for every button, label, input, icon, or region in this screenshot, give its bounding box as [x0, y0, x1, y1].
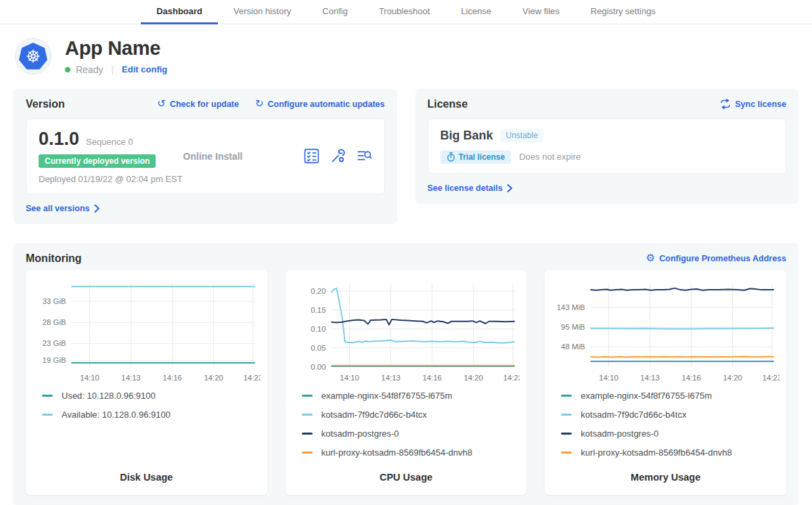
legend-color-dash — [561, 452, 572, 454]
deployed-badge: Currently deployed version — [39, 154, 156, 168]
legend-item: kurl-proxy-kotsadm-8569fb6454-dnvh8 — [561, 447, 780, 458]
refresh-icon: ↺ — [157, 99, 166, 109]
license-details-card: Big Bank Unstable Trial license Does not… — [428, 118, 787, 174]
svg-text:14:13: 14:13 — [381, 374, 400, 382]
tab-registry-settings[interactable]: Registry settings — [575, 0, 671, 24]
channel-badge: Unstable — [501, 129, 543, 142]
current-version-card: 0.1.0 Sequence 0 Currently deployed vers… — [26, 118, 385, 194]
svg-text:143 MiB: 143 MiB — [557, 303, 585, 311]
legend-item: example-nginx-54f8f76755-l675m — [302, 391, 520, 401]
legend-color-dash — [42, 395, 53, 397]
legend-color-dash — [302, 414, 313, 416]
monitoring-panel: Monitoring ⚙ Configure Prometheus Addres… — [14, 243, 798, 505]
version-panel-title: Version — [26, 98, 65, 110]
legend-item: kotsadm-postgres-0 — [561, 429, 780, 439]
view-logs-icon[interactable] — [357, 148, 372, 164]
sequence-label: Sequence 0 — [86, 137, 133, 147]
gear-icon: ⚙ — [646, 253, 655, 263]
stopwatch-icon — [447, 152, 455, 162]
legend-item: Used: 10.128.0.96:9100 — [42, 391, 261, 401]
tab-troubleshoot[interactable]: Troubleshoot — [363, 0, 445, 24]
legend-item: kotsadm-postgres-0 — [302, 429, 520, 439]
clock-refresh-icon: ↻ — [255, 99, 264, 109]
legend-item: Available: 10.128.0.96:9100 — [42, 410, 261, 420]
see-license-details-link[interactable]: See license details — [428, 183, 513, 193]
legend-item: kurl-proxy-kotsadm-8569fb6454-dnvh8 — [302, 447, 520, 458]
svg-text:95 MiB: 95 MiB — [561, 323, 585, 331]
top-nav: Dashboard Version history Config Trouble… — [0, 0, 812, 24]
chevron-right-icon — [94, 204, 100, 213]
svg-text:14:16: 14:16 — [422, 374, 441, 382]
app-logo — [15, 38, 51, 74]
tab-dashboard[interactable]: Dashboard — [141, 0, 218, 24]
license-panel: License Sync license Big Bank Unstable — [415, 89, 799, 204]
svg-text:14:10: 14:10 — [340, 374, 359, 382]
svg-text:48 MiB: 48 MiB — [561, 343, 585, 351]
check-for-update-button[interactable]: ↺ Check for update — [157, 99, 239, 109]
svg-text:14:10: 14:10 — [600, 374, 618, 382]
tab-license[interactable]: License — [445, 0, 507, 24]
expiry-label: Does not expire — [519, 152, 581, 162]
svg-text:14:20: 14:20 — [723, 374, 742, 382]
tab-config[interactable]: Config — [307, 0, 363, 24]
legend-item: kotsadm-7f9dc7d66c-b4tcx — [561, 410, 780, 420]
svg-text:0.20: 0.20 — [311, 287, 325, 295]
svg-text:28 GiB: 28 GiB — [43, 318, 66, 326]
memory-usage-title: Memory Usage — [551, 472, 780, 485]
legend-label: Available: 10.128.0.96:9100 — [62, 410, 171, 420]
deployed-timestamp: Deployed 01/19/22 @ 02:04 pm EST — [39, 174, 183, 184]
svg-text:14:20: 14:20 — [204, 374, 223, 382]
legend-color-dash — [42, 414, 53, 416]
sync-icon — [720, 99, 731, 109]
cpu-usage-chart-card: 14:1014:1314:1614:2014:230.200.150.100.0… — [286, 270, 527, 495]
disk-usage-legend: Used: 10.128.0.96:9100Available: 10.128.… — [42, 391, 261, 420]
legend-label: example-nginx-54f8f76755-l675m — [581, 391, 712, 401]
svg-text:33 GiB: 33 GiB — [43, 297, 66, 305]
legend-label: kotsadm-postgres-0 — [581, 429, 658, 439]
memory-usage-legend: example-nginx-54f8f76755-l675mkotsadm-7f… — [561, 391, 780, 458]
license-panel-title: License — [428, 98, 468, 110]
sync-license-button[interactable]: Sync license — [720, 99, 786, 109]
kubernetes-icon — [19, 43, 47, 70]
memory-usage-chart-card: 14:1014:1314:1614:2014:23143 MiB95 MiB48… — [545, 270, 786, 495]
disk-usage-chart-card: 14:1014:1314:1614:2014:2333 GiB28 GiB23 … — [26, 270, 267, 495]
memory-usage-plot: 14:1014:1314:1614:2014:23143 MiB95 MiB48… — [551, 277, 780, 385]
svg-text:14:10: 14:10 — [80, 374, 99, 382]
svg-text:0.05: 0.05 — [311, 344, 325, 352]
svg-text:14:13: 14:13 — [641, 374, 660, 382]
svg-text:14:23: 14:23 — [503, 374, 520, 382]
disk-usage-title: Disk Usage — [32, 472, 261, 485]
legend-color-dash — [561, 433, 572, 435]
cpu-usage-title: CPU Usage — [292, 472, 520, 485]
legend-label: kurl-proxy-kotsadm-8569fb6454-dnvh8 — [321, 447, 472, 458]
legend-color-dash — [302, 433, 313, 435]
legend-color-dash — [302, 452, 313, 454]
svg-text:14:16: 14:16 — [162, 374, 181, 382]
configure-prometheus-button[interactable]: ⚙ Configure Prometheus Address — [646, 253, 786, 263]
tab-version-history[interactable]: Version history — [218, 0, 307, 24]
customer-name: Big Bank — [441, 129, 493, 143]
configure-automatic-updates-button[interactable]: ↻ Configure automatic updates — [255, 99, 385, 109]
ready-status-dot — [65, 67, 70, 72]
svg-text:0.10: 0.10 — [311, 325, 325, 333]
version-number: 0.1.0 — [39, 129, 79, 150]
legend-label: example-nginx-54f8f76755-l675m — [321, 391, 453, 401]
legend-label: kotsadm-postgres-0 — [321, 429, 399, 439]
svg-text:0.15: 0.15 — [311, 306, 325, 314]
version-panel: Version ↺ Check for update ↻ Configure a… — [14, 89, 397, 224]
legend-color-dash — [302, 395, 313, 397]
status-label: Ready — [76, 64, 103, 75]
app-header: App Name Ready | Edit config — [0, 24, 812, 83]
legend-label: kotsadm-7f9dc7d66c-b4tcx — [581, 410, 686, 420]
see-all-versions-link[interactable]: See all versions — [26, 204, 100, 213]
legend-color-dash — [561, 414, 572, 416]
legend-color-dash — [561, 395, 572, 397]
chevron-right-icon — [507, 184, 513, 192]
svg-text:14:23: 14:23 — [763, 374, 780, 382]
svg-text:14:20: 14:20 — [464, 374, 482, 382]
configure-wrench-icon[interactable] — [330, 148, 346, 164]
tab-view-files[interactable]: View files — [507, 0, 575, 24]
preflight-checks-icon[interactable] — [304, 148, 319, 164]
cpu-usage-plot: 14:1014:1314:1614:2014:230.200.150.100.0… — [292, 277, 520, 385]
edit-config-link[interactable]: Edit config — [122, 64, 167, 74]
